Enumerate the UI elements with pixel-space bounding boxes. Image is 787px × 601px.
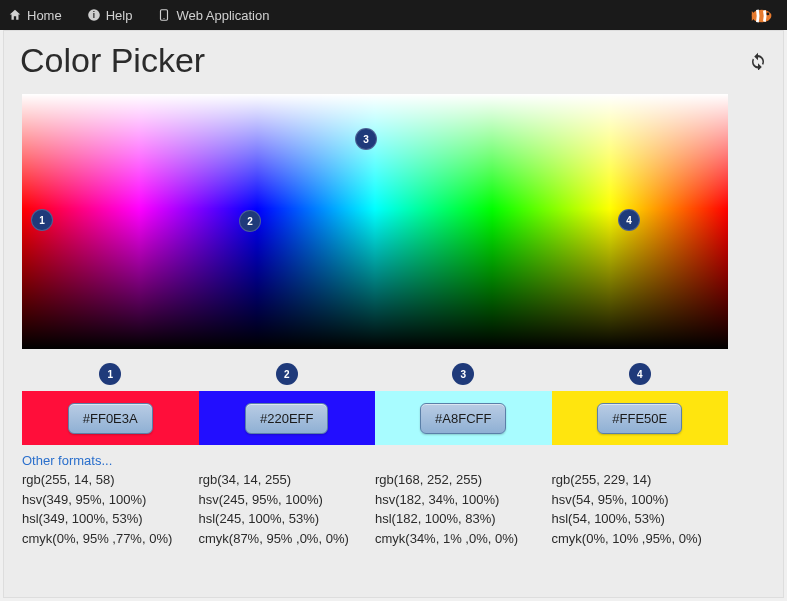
svg-point-5 (767, 13, 770, 16)
nav-home[interactable]: Home (8, 8, 62, 23)
swatch-1: #FF0E3A (22, 391, 199, 445)
formats-columns: rgb(255, 14, 58)hsv(349, 95%, 100%)hsl(3… (22, 470, 728, 548)
gradient-area: 1234 (22, 94, 765, 349)
hex-button-1[interactable]: #FF0E3A (68, 403, 153, 434)
device-icon (157, 8, 171, 22)
home-icon (8, 8, 22, 22)
format-column-3: rgb(168, 252, 255)hsv(182, 34%, 100%)hsl… (375, 470, 552, 548)
svg-point-3 (164, 18, 165, 19)
page-title: Color Picker (20, 41, 205, 80)
format-hsl-1: hsl(349, 100%, 53%) (22, 509, 199, 529)
format-column-1: rgb(255, 14, 58)hsv(349, 95%, 100%)hsl(3… (22, 470, 199, 548)
swatch-badge-cell: 3 (375, 363, 552, 385)
swatch-badge-1: 1 (99, 363, 121, 385)
nav-webapp-label: Web Application (176, 8, 269, 23)
top-nav: Home i Help Web Application (0, 0, 787, 30)
page-body: Color Picker 1234 1234 #FF0E3A#220EFF#A8… (3, 30, 784, 598)
swatch-badge-cell: 4 (552, 363, 729, 385)
title-row: Color Picker (8, 31, 779, 94)
format-hsv-4: hsv(54, 95%, 100%) (552, 490, 729, 510)
swatch-area: 1234 #FF0E3A#220EFF#A8FCFF#FFE50E (22, 363, 765, 445)
other-formats: Other formats... rgb(255, 14, 58)hsv(349… (22, 451, 728, 548)
swatch-3: #A8FCFF (375, 391, 552, 445)
format-hsl-3: hsl(182, 100%, 83%) (375, 509, 552, 529)
nav-webapp[interactable]: Web Application (157, 8, 269, 23)
nav-home-label: Home (27, 8, 62, 23)
format-cmyk-3: cmyk(34%, 1% ,0%, 0%) (375, 529, 552, 549)
hex-button-3[interactable]: #A8FCFF (420, 403, 506, 434)
format-hsv-2: hsv(245, 95%, 100%) (199, 490, 376, 510)
format-hsl-4: hsl(54, 100%, 53%) (552, 509, 729, 529)
swatch-badge-cell: 2 (199, 363, 376, 385)
format-cmyk-1: cmyk(0%, 95% ,77%, 0%) (22, 529, 199, 549)
swatch-badge-row: 1234 (22, 363, 728, 385)
format-cmyk-2: cmyk(87%, 95% ,0%, 0%) (199, 529, 376, 549)
format-rgb-4: rgb(255, 229, 14) (552, 470, 729, 490)
format-rgb-3: rgb(168, 252, 255) (375, 470, 552, 490)
swatch-row: #FF0E3A#220EFF#A8FCFF#FFE50E (22, 391, 728, 445)
color-gradient[interactable] (22, 94, 728, 349)
refresh-icon[interactable] (749, 52, 767, 70)
swatch-2: #220EFF (199, 391, 376, 445)
swatch-badge-4: 4 (629, 363, 651, 385)
format-cmyk-4: cmyk(0%, 10% ,95%, 0%) (552, 529, 729, 549)
format-column-4: rgb(255, 229, 14)hsv(54, 95%, 100%)hsl(5… (552, 470, 729, 548)
swatch-badge-3: 3 (452, 363, 474, 385)
swatch-4: #FFE50E (552, 391, 729, 445)
info-icon: i (87, 8, 101, 22)
format-rgb-2: rgb(34, 14, 255) (199, 470, 376, 490)
swatch-badge-2: 2 (276, 363, 298, 385)
nav-help[interactable]: i Help (87, 8, 133, 23)
other-formats-link[interactable]: Other formats... (22, 453, 112, 468)
nav-help-label: Help (106, 8, 133, 23)
svg-text:i: i (93, 11, 95, 20)
format-hsv-3: hsv(182, 34%, 100%) (375, 490, 552, 510)
fish-logo-icon (749, 6, 777, 26)
swatch-badge-cell: 1 (22, 363, 199, 385)
hex-button-4[interactable]: #FFE50E (597, 403, 682, 434)
format-rgb-1: rgb(255, 14, 58) (22, 470, 199, 490)
format-hsv-1: hsv(349, 95%, 100%) (22, 490, 199, 510)
format-hsl-2: hsl(245, 100%, 53%) (199, 509, 376, 529)
hex-button-2[interactable]: #220EFF (245, 403, 328, 434)
format-column-2: rgb(34, 14, 255)hsv(245, 95%, 100%)hsl(2… (199, 470, 376, 548)
